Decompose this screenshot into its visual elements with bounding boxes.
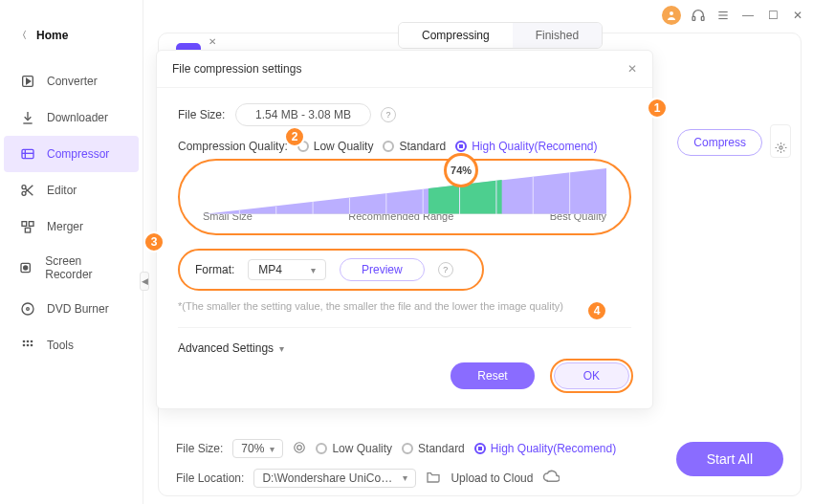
sidebar-item-downloader[interactable]: Downloader [4, 99, 139, 136]
sidebar-item-label: Compressor [47, 147, 109, 161]
sidebar-item-label: Downloader [47, 111, 108, 124]
svg-marker-7 [27, 78, 31, 83]
standard-quality-label: Standard [418, 442, 465, 455]
home-link[interactable]: 〈 Home [0, 21, 143, 50]
converter-icon [19, 73, 36, 90]
target-icon[interactable] [293, 441, 306, 457]
low-quality-radio[interactable]: Low Quality [316, 442, 392, 455]
sidebar-item-compressor[interactable]: Compressor [4, 136, 139, 172]
quality-slider[interactable]: 74% Small Size Recommended Range Best Qu… [178, 159, 631, 235]
low-quality-label: Low Quality [332, 442, 392, 455]
svg-rect-1 [692, 16, 695, 20]
help-icon[interactable]: ? [438, 262, 453, 277]
high-quality-radio[interactable]: High Quality(Recomend) [474, 442, 616, 455]
settings-gear-button[interactable] [770, 124, 791, 158]
menu-icon[interactable] [715, 8, 731, 23]
file-size-select[interactable]: 70% ▾ [232, 439, 283, 458]
upload-to-cloud-label: Upload to Cloud [450, 471, 533, 485]
sidebar-item-editor[interactable]: Editor [4, 172, 139, 208]
maximize-button[interactable]: ☐ [765, 8, 780, 23]
annotation-3: 3 [143, 231, 165, 252]
low-quality-radio[interactable]: Low Quality [297, 140, 374, 153]
svg-point-19 [24, 266, 28, 270]
file-size-value: 70% [241, 442, 264, 455]
sidebar-item-screen-recorder[interactable]: Screen Recorder [4, 245, 139, 291]
svg-point-26 [27, 344, 30, 347]
disc-icon [19, 300, 36, 318]
cloud-icon[interactable] [542, 468, 560, 488]
high-quality-label: High Quality(Recomend) [472, 140, 597, 153]
format-label: Format: [195, 263, 234, 276]
high-quality-radio[interactable]: High Quality(Recomend) [455, 140, 597, 153]
help-icon[interactable]: ? [381, 107, 396, 122]
sidebar-item-dvd-burner[interactable]: DVD Burner [4, 291, 139, 327]
format-value: MP4 [258, 263, 282, 276]
sidebar-item-label: Tools [47, 339, 74, 352]
file-location-select[interactable]: D:\Wondershare UniConverter 1 ▾ [253, 469, 416, 488]
file-location-value: D:\Wondershare UniConverter 1 [262, 471, 396, 485]
ok-button-highlight: OK [550, 359, 633, 393]
preview-button[interactable]: Preview [340, 258, 425, 281]
sidebar-item-tools[interactable]: Tools [4, 327, 139, 363]
home-label: Home [36, 29, 68, 42]
svg-point-29 [295, 442, 305, 452]
file-tab-close[interactable]: ✕ [209, 36, 216, 47]
reset-button[interactable]: Reset [450, 362, 534, 389]
compression-settings-dialog: File compression settings ✕ File Size: 1… [156, 50, 653, 409]
sidebar-item-label: Merger [47, 220, 83, 233]
advanced-settings-toggle[interactable]: Advanced Settings ▾ [178, 327, 631, 355]
chevron-down-icon: ▾ [403, 472, 407, 483]
ok-button[interactable]: OK [554, 362, 629, 389]
start-all-button[interactable]: Start All [676, 442, 783, 476]
sidebar-collapse-button[interactable]: ◀ [140, 272, 149, 291]
minimize-button[interactable]: — [740, 8, 756, 23]
recorder-icon [19, 259, 34, 276]
hint-text: *(The smaller the setting value, the sma… [178, 300, 631, 312]
format-row: Format: MP4 ▾ Preview ? [178, 249, 484, 291]
compression-quality-label: Compression Quality: [178, 140, 288, 153]
svg-point-20 [22, 303, 33, 315]
close-window-button[interactable]: ✕ [790, 8, 805, 23]
svg-point-21 [27, 308, 30, 311]
file-size-label: File Size: [176, 442, 223, 455]
slider-value-bubble[interactable]: 74% [444, 153, 478, 187]
low-quality-label: Low Quality [314, 140, 374, 153]
annotation-1: 1 [647, 98, 668, 119]
file-size-pill[interactable]: 1.54 MB - 3.08 MB [235, 103, 371, 126]
annotation-2: 2 [284, 126, 305, 147]
high-quality-label: High Quality(Recomend) [491, 442, 616, 455]
sidebar-item-merger[interactable]: Merger [4, 208, 139, 245]
standard-quality-radio[interactable]: Standard [402, 442, 465, 455]
grid-icon [19, 337, 36, 354]
svg-point-27 [31, 344, 33, 347]
tab-compressing[interactable]: Compressing [399, 23, 513, 48]
sidebar-item-converter[interactable]: Converter [4, 63, 139, 99]
chevron-down-icon: ▾ [279, 343, 284, 354]
user-avatar[interactable] [662, 6, 681, 25]
chevron-down-icon: ▾ [311, 265, 316, 275]
annotation-4: 4 [586, 300, 607, 321]
sidebar-item-label: Converter [47, 75, 98, 88]
compressor-icon [19, 145, 36, 163]
file-location-label: File Location: [176, 471, 244, 485]
standard-quality-label: Standard [399, 140, 446, 153]
svg-marker-31 [203, 168, 606, 214]
chevron-left-icon: 〈 [17, 29, 27, 42]
headset-icon[interactable] [691, 8, 706, 23]
tab-finished[interactable]: Finished [513, 23, 602, 48]
sidebar-item-label: DVD Burner [47, 302, 109, 316]
compress-button[interactable]: Compress [677, 129, 762, 156]
svg-point-24 [31, 340, 33, 343]
svg-point-22 [23, 340, 26, 343]
sidebar-item-label: Editor [47, 184, 77, 197]
svg-point-25 [23, 344, 26, 347]
merger-icon [19, 218, 36, 235]
standard-quality-radio[interactable]: Standard [383, 140, 446, 153]
advanced-settings-label: Advanced Settings [178, 341, 274, 355]
format-dropdown[interactable]: MP4 ▾ [248, 259, 326, 280]
open-folder-icon[interactable] [426, 469, 441, 487]
svg-point-0 [670, 11, 673, 15]
dialog-close-button[interactable]: ✕ [627, 62, 637, 76]
svg-rect-2 [701, 16, 704, 20]
svg-rect-16 [29, 222, 33, 227]
